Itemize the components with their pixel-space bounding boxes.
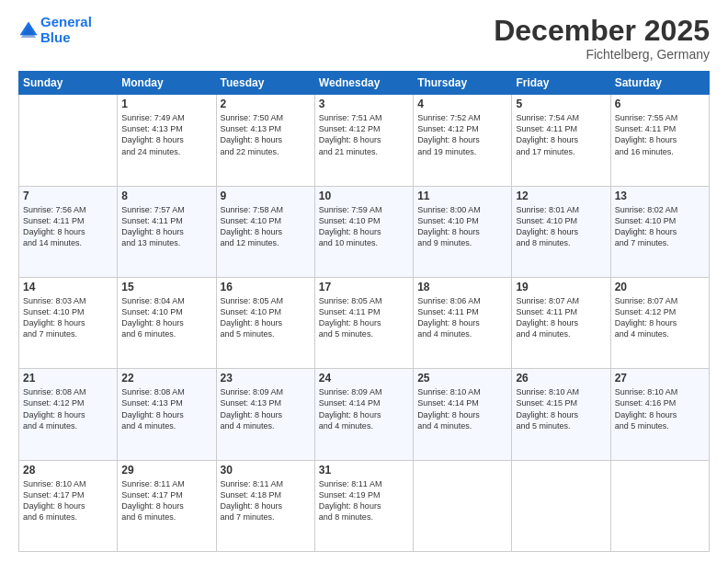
calendar-cell: 7Sunrise: 7:56 AMSunset: 4:11 PMDaylight…: [19, 186, 118, 277]
day-number: 2: [221, 98, 311, 110]
calendar-cell: 20Sunrise: 8:07 AMSunset: 4:12 PMDayligh…: [610, 277, 709, 368]
cell-info: Sunrise: 8:10 AMSunset: 4:15 PMDaylight:…: [516, 386, 606, 431]
cell-info: Sunrise: 8:05 AMSunset: 4:11 PMDaylight:…: [319, 295, 409, 340]
calendar-cell: 12Sunrise: 8:01 AMSunset: 4:10 PMDayligh…: [512, 186, 610, 277]
cell-info: Sunrise: 7:51 AMSunset: 4:12 PMDaylight:…: [319, 112, 409, 157]
cell-info: Sunrise: 8:07 AMSunset: 4:11 PMDaylight:…: [516, 295, 606, 340]
calendar-cell: [610, 460, 709, 551]
main-title: December 2025: [494, 15, 710, 47]
calendar-table: Sunday Monday Tuesday Wednesday Thursday…: [18, 71, 710, 552]
day-number: 1: [121, 98, 211, 110]
cell-info: Sunrise: 7:54 AMSunset: 4:11 PMDaylight:…: [516, 112, 606, 157]
cell-info: Sunrise: 8:08 AMSunset: 4:12 PMDaylight:…: [23, 386, 113, 431]
cell-info: Sunrise: 8:00 AMSunset: 4:10 PMDaylight:…: [417, 204, 507, 249]
cell-info: Sunrise: 8:11 AMSunset: 4:19 PMDaylight:…: [319, 478, 409, 523]
cell-info: Sunrise: 7:57 AMSunset: 4:11 PMDaylight:…: [121, 204, 211, 249]
cell-info: Sunrise: 8:06 AMSunset: 4:11 PMDaylight:…: [417, 295, 507, 340]
day-number: 13: [615, 190, 705, 202]
calendar-cell: 10Sunrise: 7:59 AMSunset: 4:10 PMDayligh…: [314, 186, 413, 277]
day-number: 17: [319, 281, 409, 293]
col-monday: Monday: [118, 72, 216, 95]
col-sunday: Sunday: [19, 72, 118, 95]
cell-info: Sunrise: 8:11 AMSunset: 4:18 PMDaylight:…: [221, 478, 311, 523]
day-number: 4: [417, 98, 507, 110]
logo-general: General: [40, 14, 92, 29]
calendar-cell: [512, 460, 610, 551]
calendar-cell: [414, 460, 512, 551]
calendar-cell: 23Sunrise: 8:09 AMSunset: 4:13 PMDayligh…: [216, 369, 314, 460]
day-number: 22: [121, 372, 211, 385]
calendar-cell: 2Sunrise: 7:50 AMSunset: 4:13 PMDaylight…: [216, 95, 314, 186]
calendar-cell: 24Sunrise: 8:09 AMSunset: 4:14 PMDayligh…: [314, 369, 413, 460]
cell-info: Sunrise: 8:01 AMSunset: 4:10 PMDaylight:…: [516, 204, 606, 249]
cell-info: Sunrise: 7:56 AMSunset: 4:11 PMDaylight:…: [23, 204, 113, 249]
col-wednesday: Wednesday: [314, 72, 413, 95]
calendar-cell: 6Sunrise: 7:55 AMSunset: 4:11 PMDaylight…: [610, 95, 709, 186]
cell-info: Sunrise: 8:07 AMSunset: 4:12 PMDaylight:…: [615, 295, 705, 340]
page: General Blue December 2025 Fichtelberg, …: [0, 0, 728, 563]
day-number: 19: [516, 281, 606, 293]
calendar-cell: 9Sunrise: 7:58 AMSunset: 4:10 PMDaylight…: [216, 186, 314, 277]
calendar-cell: 4Sunrise: 7:52 AMSunset: 4:12 PMDaylight…: [414, 95, 512, 186]
title-block: December 2025 Fichtelberg, Germany: [494, 15, 710, 62]
day-number: 24: [319, 372, 409, 385]
col-tuesday: Tuesday: [216, 72, 314, 95]
calendar-cell: 28Sunrise: 8:10 AMSunset: 4:17 PMDayligh…: [19, 460, 118, 551]
day-number: 7: [23, 190, 113, 202]
day-number: 16: [221, 281, 311, 293]
cell-info: Sunrise: 7:49 AMSunset: 4:13 PMDaylight:…: [121, 112, 211, 157]
calendar-cell: 21Sunrise: 8:08 AMSunset: 4:12 PMDayligh…: [19, 369, 118, 460]
day-number: 10: [319, 190, 409, 202]
day-number: 18: [417, 281, 507, 293]
calendar-cell: 18Sunrise: 8:06 AMSunset: 4:11 PMDayligh…: [414, 277, 512, 368]
day-number: 30: [221, 464, 311, 477]
col-saturday: Saturday: [610, 72, 709, 95]
cell-info: Sunrise: 8:10 AMSunset: 4:16 PMDaylight:…: [615, 386, 705, 431]
day-number: 12: [516, 190, 606, 202]
logo: General Blue: [18, 15, 92, 45]
calendar-cell: 22Sunrise: 8:08 AMSunset: 4:13 PMDayligh…: [118, 369, 216, 460]
calendar-cell: 25Sunrise: 8:10 AMSunset: 4:14 PMDayligh…: [414, 369, 512, 460]
calendar-cell: 15Sunrise: 8:04 AMSunset: 4:10 PMDayligh…: [118, 277, 216, 368]
day-number: 15: [121, 281, 211, 293]
col-thursday: Thursday: [414, 72, 512, 95]
col-friday: Friday: [512, 72, 610, 95]
logo-blue: Blue: [40, 29, 71, 45]
cell-info: Sunrise: 8:09 AMSunset: 4:13 PMDaylight:…: [221, 386, 311, 431]
subtitle: Fichtelberg, Germany: [494, 47, 710, 62]
day-number: 26: [516, 372, 606, 385]
cell-info: Sunrise: 7:50 AMSunset: 4:13 PMDaylight:…: [221, 112, 311, 157]
cell-info: Sunrise: 7:59 AMSunset: 4:10 PMDaylight:…: [319, 204, 409, 249]
day-number: 9: [221, 190, 311, 202]
day-number: 14: [23, 281, 113, 293]
day-number: 5: [516, 98, 606, 110]
day-number: 23: [221, 372, 311, 385]
cell-info: Sunrise: 8:03 AMSunset: 4:10 PMDaylight:…: [23, 295, 113, 340]
cell-info: Sunrise: 8:09 AMSunset: 4:14 PMDaylight:…: [319, 386, 409, 431]
calendar-cell: 29Sunrise: 8:11 AMSunset: 4:17 PMDayligh…: [118, 460, 216, 551]
calendar-header-row: Sunday Monday Tuesday Wednesday Thursday…: [19, 72, 710, 95]
day-number: 27: [615, 372, 705, 385]
day-number: 31: [319, 464, 409, 477]
calendar-cell: 16Sunrise: 8:05 AMSunset: 4:10 PMDayligh…: [216, 277, 314, 368]
cell-info: Sunrise: 7:58 AMSunset: 4:10 PMDaylight:…: [221, 204, 311, 249]
calendar-cell: 1Sunrise: 7:49 AMSunset: 4:13 PMDaylight…: [118, 95, 216, 186]
cell-info: Sunrise: 8:10 AMSunset: 4:14 PMDaylight:…: [417, 386, 507, 431]
calendar-cell: 8Sunrise: 7:57 AMSunset: 4:11 PMDaylight…: [118, 186, 216, 277]
calendar-cell: 11Sunrise: 8:00 AMSunset: 4:10 PMDayligh…: [414, 186, 512, 277]
day-number: 3: [319, 98, 409, 110]
calendar-cell: 5Sunrise: 7:54 AMSunset: 4:11 PMDaylight…: [512, 95, 610, 186]
day-number: 28: [23, 464, 113, 477]
logo-text: General Blue: [40, 15, 92, 45]
calendar-cell: 17Sunrise: 8:05 AMSunset: 4:11 PMDayligh…: [314, 277, 413, 368]
calendar-cell: 19Sunrise: 8:07 AMSunset: 4:11 PMDayligh…: [512, 277, 610, 368]
day-number: 8: [121, 190, 211, 202]
header: General Blue December 2025 Fichtelberg, …: [18, 15, 710, 62]
calendar-cell: 30Sunrise: 8:11 AMSunset: 4:18 PMDayligh…: [216, 460, 314, 551]
day-number: 6: [615, 98, 705, 110]
calendar-cell: 14Sunrise: 8:03 AMSunset: 4:10 PMDayligh…: [19, 277, 118, 368]
cell-info: Sunrise: 7:55 AMSunset: 4:11 PMDaylight:…: [615, 112, 705, 157]
calendar-cell: [19, 95, 118, 186]
calendar-cell: 31Sunrise: 8:11 AMSunset: 4:19 PMDayligh…: [314, 460, 413, 551]
cell-info: Sunrise: 8:11 AMSunset: 4:17 PMDaylight:…: [121, 478, 211, 523]
